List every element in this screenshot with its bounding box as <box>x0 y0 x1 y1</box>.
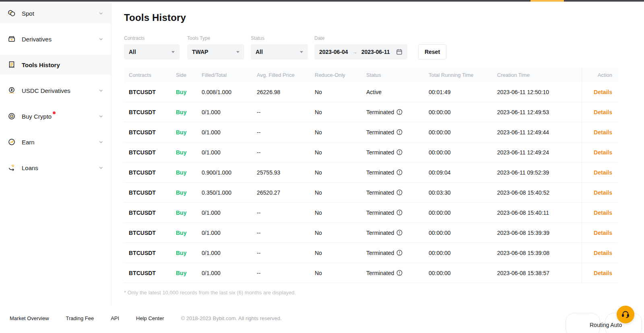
table-row: BTCUSDTBuy0/1.000--NoTerminated00:00:002… <box>124 203 618 223</box>
derivatives-icon <box>7 35 16 43</box>
date-from-value: 2023-06-04 <box>319 49 348 55</box>
cell-creation-time: 2023-06-08 15:39:08 <box>497 243 582 263</box>
chevron-down-icon <box>98 36 104 42</box>
sidebar-item-tools-history[interactable]: Tools History <box>0 55 111 75</box>
tools-history-icon <box>7 60 16 69</box>
footer-link-trading-fee[interactable]: Trading Fee <box>66 315 94 321</box>
cell-side: Buy <box>176 263 202 283</box>
cell-reduce-only: No <box>315 263 366 283</box>
cell-reduce-only: No <box>315 203 366 222</box>
cell-total-running-time: 00:00:00 <box>429 142 497 162</box>
cell-filled-total: 0.008/1.000 <box>202 82 257 102</box>
details-link[interactable]: Details <box>594 149 612 156</box>
details-link[interactable]: Details <box>594 129 612 136</box>
cell-total-running-time: 00:00:00 <box>429 263 497 283</box>
cell-action: Details <box>582 203 618 222</box>
status-select[interactable]: All <box>251 44 308 60</box>
cell-action: Details <box>582 223 618 243</box>
footer-link-help-center[interactable]: Help Center <box>136 315 164 321</box>
cell-status: Terminated <box>366 203 429 222</box>
cell-contracts: BTCUSDT <box>129 122 176 142</box>
sidebar-item-loans[interactable]: Loans <box>0 158 111 178</box>
cell-reduce-only: No <box>315 82 366 102</box>
cell-side: Buy <box>176 203 202 222</box>
date-range-picker[interactable]: 2023-06-04 → 2023-06-11 <box>314 44 407 60</box>
cell-avg-filled-price: -- <box>257 142 315 162</box>
cell-action: Details <box>582 243 618 263</box>
reset-button[interactable]: Reset <box>418 44 446 60</box>
table-row: BTCUSDTBuy0.350/1.00026520.27NoTerminate… <box>124 183 618 203</box>
cell-total-running-time: 00:00:00 <box>429 102 497 122</box>
sidebar-item-derivatives[interactable]: Derivatives <box>0 29 111 49</box>
contracts-select[interactable]: All <box>124 44 180 60</box>
cell-side: Buy <box>176 142 202 162</box>
cell-reduce-only: No <box>315 142 366 162</box>
sidebar-item-label: Loans <box>22 164 38 171</box>
status-info-icon[interactable] <box>396 169 402 175</box>
chevron-down-icon <box>98 139 104 145</box>
column-header-creation-time: Creation Time <box>497 68 582 82</box>
cell-contracts: BTCUSDT <box>129 183 176 202</box>
records-footnote: * Only the latest 10,000 records from th… <box>124 290 296 296</box>
cell-reduce-only: No <box>315 162 366 182</box>
cell-total-running-time: 00:03:30 <box>429 183 497 202</box>
status-info-icon[interactable] <box>396 230 402 236</box>
calendar-icon <box>396 49 402 55</box>
cell-filled-total: 0/1.000 <box>202 203 257 222</box>
cell-avg-filled-price: 26226.98 <box>257 82 315 102</box>
details-link[interactable]: Details <box>594 109 612 115</box>
details-link[interactable]: Details <box>594 189 612 196</box>
table-row: BTCUSDTBuy0/1.000--NoTerminated00:00:002… <box>124 243 618 263</box>
sidebar-item-usdc-derivatives[interactable]: USDC Derivatives <box>0 80 111 101</box>
date-to-value: 2023-06-11 <box>361 49 390 55</box>
footer-link-market-overview[interactable]: Market Overview <box>10 315 49 321</box>
cell-contracts: BTCUSDT <box>129 102 176 122</box>
routing-auto-label: Routing Auto <box>590 322 636 328</box>
headset-icon <box>621 310 630 319</box>
cell-filled-total: 0/1.000 <box>202 223 257 243</box>
status-info-icon[interactable] <box>396 109 402 115</box>
cell-action: Details <box>582 102 618 122</box>
details-link[interactable]: Details <box>594 270 612 276</box>
cell-filled-total: 0/1.000 <box>202 243 257 263</box>
details-link[interactable]: Details <box>594 169 612 176</box>
status-info-icon[interactable] <box>396 149 402 155</box>
tools-type-select[interactable]: TWAP <box>187 44 244 60</box>
sidebar-item-buy-crypto[interactable]: Buy Crypto <box>0 106 111 126</box>
sidebar-item-spot[interactable]: Spot <box>0 3 111 23</box>
details-link[interactable]: Details <box>594 89 612 95</box>
sidebar-item-label: USDC Derivatives <box>22 87 70 94</box>
notification-dot <box>53 111 56 114</box>
cell-status: Terminated <box>366 162 429 182</box>
cell-creation-time: 2023-06-11 12:50:10 <box>497 82 582 102</box>
caret-down-icon <box>171 51 175 53</box>
cell-side: Buy <box>176 162 202 182</box>
cell-contracts: BTCUSDT <box>129 203 176 222</box>
caret-down-icon <box>236 51 239 53</box>
cell-total-running-time: 00:00:00 <box>429 243 497 263</box>
footer-copyright: © 2018-2023 Bybit.com. All rights reserv… <box>181 315 281 321</box>
column-header-side: Side <box>176 68 202 82</box>
details-link[interactable]: Details <box>594 230 612 236</box>
cell-status: Terminated <box>366 263 429 283</box>
status-info-icon[interactable] <box>396 189 402 195</box>
column-header-avg-filled-price: Avg. Filled Price <box>257 68 315 82</box>
column-header-total-running-time: Total Running Time <box>429 68 497 82</box>
tools-type-select-value: TWAP <box>192 49 208 55</box>
caret-down-icon <box>300 51 303 53</box>
status-info-icon[interactable] <box>396 250 402 256</box>
support-chat-button[interactable] <box>617 306 634 323</box>
cell-action: Details <box>582 82 618 102</box>
table-row: BTCUSDTBuy0/1.000--NoTerminated00:00:002… <box>124 263 618 283</box>
cell-avg-filled-price: -- <box>257 102 315 122</box>
details-link[interactable]: Details <box>594 210 612 216</box>
details-link[interactable]: Details <box>594 250 612 256</box>
cell-side: Buy <box>176 243 202 263</box>
status-info-icon[interactable] <box>396 270 402 276</box>
status-info-icon[interactable] <box>396 210 402 216</box>
cell-filled-total: 0.900/1.000 <box>202 162 257 182</box>
cell-action: Details <box>582 183 618 202</box>
status-info-icon[interactable] <box>396 129 402 135</box>
sidebar-item-earn[interactable]: Earn <box>0 132 111 152</box>
footer-link-api[interactable]: API <box>111 315 119 321</box>
